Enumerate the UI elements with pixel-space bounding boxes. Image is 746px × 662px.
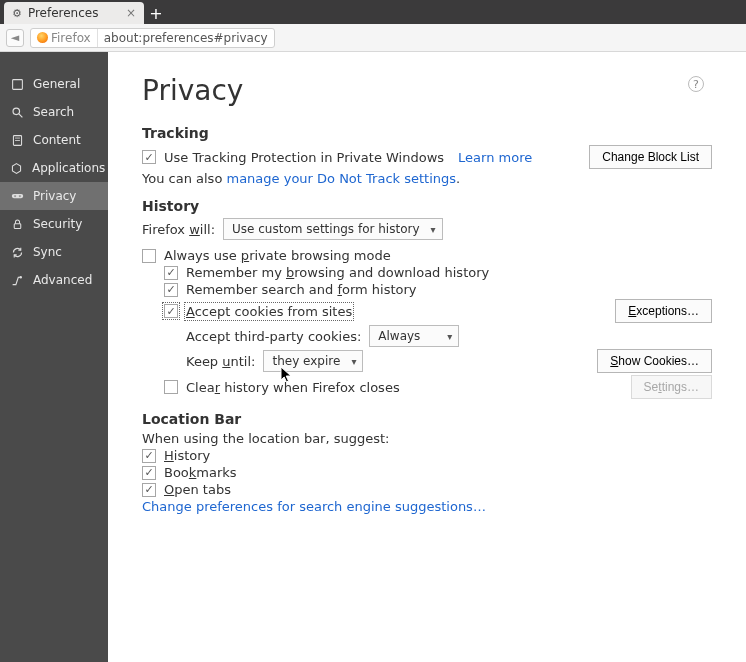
privacy-icon bbox=[10, 190, 24, 203]
gear-icon: ⚙ bbox=[12, 7, 22, 20]
general-icon bbox=[10, 78, 24, 91]
page-title: Privacy bbox=[142, 74, 712, 107]
firefox-will-label: Firefox will: bbox=[142, 222, 215, 237]
checkbox-icon bbox=[164, 304, 178, 318]
sidebar-item-label: Content bbox=[33, 133, 81, 147]
sidebar-item-label: Advanced bbox=[33, 273, 92, 287]
svg-rect-10 bbox=[14, 223, 21, 228]
clear-on-close-checkbox[interactable]: Clear history when Firefox closes bbox=[164, 380, 400, 395]
checkbox-icon bbox=[164, 266, 178, 280]
help-icon[interactable]: ? bbox=[688, 76, 704, 92]
third-party-select[interactable]: Always bbox=[369, 325, 459, 347]
firefox-icon bbox=[37, 32, 48, 43]
url-bar[interactable]: Firefox about:preferences#privacy bbox=[30, 28, 275, 48]
clear-settings-button: Settings… bbox=[631, 375, 712, 399]
sidebar-item-label: General bbox=[33, 77, 80, 91]
sidebar-item-security[interactable]: Security bbox=[0, 210, 108, 238]
close-icon[interactable]: × bbox=[126, 6, 136, 20]
checkbox-label: History bbox=[164, 448, 210, 463]
sidebar-item-content[interactable]: Content bbox=[0, 126, 108, 154]
sidebar-item-label: Search bbox=[33, 105, 74, 119]
sidebar-item-label: Privacy bbox=[33, 189, 76, 203]
checkbox-label: Bookmarks bbox=[164, 465, 237, 480]
history-heading: History bbox=[142, 198, 712, 214]
svg-point-1 bbox=[13, 108, 20, 115]
checkbox-label: Always use private browsing mode bbox=[164, 248, 391, 263]
sidebar-item-label: Sync bbox=[33, 245, 62, 259]
checkbox-icon bbox=[142, 483, 156, 497]
browser-tab[interactable]: ⚙ Preferences × bbox=[4, 2, 144, 24]
cookie-exceptions-button[interactable]: Exceptions… bbox=[615, 299, 712, 323]
checkbox-icon bbox=[164, 380, 178, 394]
applications-icon bbox=[10, 162, 23, 175]
history-mode-select[interactable]: Use custom settings for history bbox=[223, 218, 443, 240]
sidebar-item-advanced[interactable]: Advanced bbox=[0, 266, 108, 294]
firefox-identity-badge: Firefox bbox=[31, 29, 98, 47]
change-block-list-button[interactable]: Change Block List bbox=[589, 145, 712, 169]
checkbox-icon bbox=[142, 449, 156, 463]
sidebar-item-label: Applications bbox=[32, 161, 105, 175]
tracking-heading: Tracking bbox=[142, 125, 712, 141]
keep-until-label: Keep until: bbox=[186, 354, 255, 369]
change-search-suggestions-link[interactable]: Change preferences for search engine sug… bbox=[142, 499, 486, 514]
show-cookies-button[interactable]: Show Cookies… bbox=[597, 349, 712, 373]
remember-search-checkbox[interactable]: Remember search and form history bbox=[164, 282, 417, 297]
checkbox-label: Clear history when Firefox closes bbox=[186, 380, 400, 395]
checkbox-icon bbox=[142, 249, 156, 263]
sidebar-item-sync[interactable]: Sync bbox=[0, 238, 108, 266]
suggest-bookmarks-checkbox[interactable]: Bookmarks bbox=[142, 465, 237, 480]
svg-marker-6 bbox=[12, 163, 20, 173]
checkbox-label: Remember search and form history bbox=[186, 282, 417, 297]
new-tab-button[interactable]: + bbox=[144, 2, 168, 24]
advanced-icon bbox=[10, 274, 24, 287]
back-button[interactable]: ◄ bbox=[6, 29, 24, 47]
keep-until-select[interactable]: they expire bbox=[263, 350, 363, 372]
third-party-label: Accept third-party cookies: bbox=[186, 329, 361, 344]
tracking-protection-checkbox[interactable]: Use Tracking Protection in Private Windo… bbox=[142, 150, 444, 165]
manage-dnt-link[interactable]: manage your Do Not Track settings bbox=[226, 171, 456, 186]
checkbox-icon bbox=[164, 283, 178, 297]
checkbox-label: Use Tracking Protection in Private Windo… bbox=[164, 150, 444, 165]
svg-rect-0 bbox=[12, 79, 22, 89]
sidebar-item-label: Security bbox=[33, 217, 82, 231]
content-icon bbox=[10, 134, 24, 147]
checkbox-label: Accept cookies from sites bbox=[186, 304, 352, 319]
svg-line-2 bbox=[19, 114, 22, 117]
svg-point-8 bbox=[13, 194, 15, 196]
sidebar-item-applications[interactable]: Applications bbox=[0, 154, 108, 182]
svg-point-9 bbox=[18, 194, 20, 196]
suggest-open-tabs-checkbox[interactable]: Open tabs bbox=[142, 482, 231, 497]
learn-more-link[interactable]: Learn more bbox=[458, 150, 532, 165]
checkbox-icon bbox=[142, 150, 156, 164]
lock-icon bbox=[10, 218, 24, 231]
search-icon bbox=[10, 106, 24, 119]
dnt-hint: You can also manage your Do Not Track se… bbox=[142, 171, 460, 186]
sync-icon bbox=[10, 246, 24, 259]
checkbox-icon bbox=[142, 466, 156, 480]
suggest-history-checkbox[interactable]: History bbox=[142, 448, 210, 463]
sidebar-item-privacy[interactable]: Privacy bbox=[0, 182, 108, 210]
remember-history-checkbox[interactable]: Remember my browsing and download histor… bbox=[164, 265, 489, 280]
accept-cookies-checkbox[interactable]: Accept cookies from sites bbox=[164, 304, 352, 319]
sidebar-item-general[interactable]: General bbox=[0, 70, 108, 98]
always-private-checkbox[interactable]: Always use private browsing mode bbox=[142, 248, 391, 263]
svg-point-11 bbox=[19, 276, 21, 278]
location-bar-intro: When using the location bar, suggest: bbox=[142, 431, 389, 446]
preferences-sidebar: General Search Content Applications Priv… bbox=[0, 52, 108, 662]
url-text: about:preferences#privacy bbox=[98, 31, 274, 45]
location-bar-heading: Location Bar bbox=[142, 411, 712, 427]
sidebar-item-search[interactable]: Search bbox=[0, 98, 108, 126]
checkbox-label: Remember my browsing and download histor… bbox=[186, 265, 489, 280]
checkbox-label: Open tabs bbox=[164, 482, 231, 497]
tab-title: Preferences bbox=[28, 6, 120, 20]
